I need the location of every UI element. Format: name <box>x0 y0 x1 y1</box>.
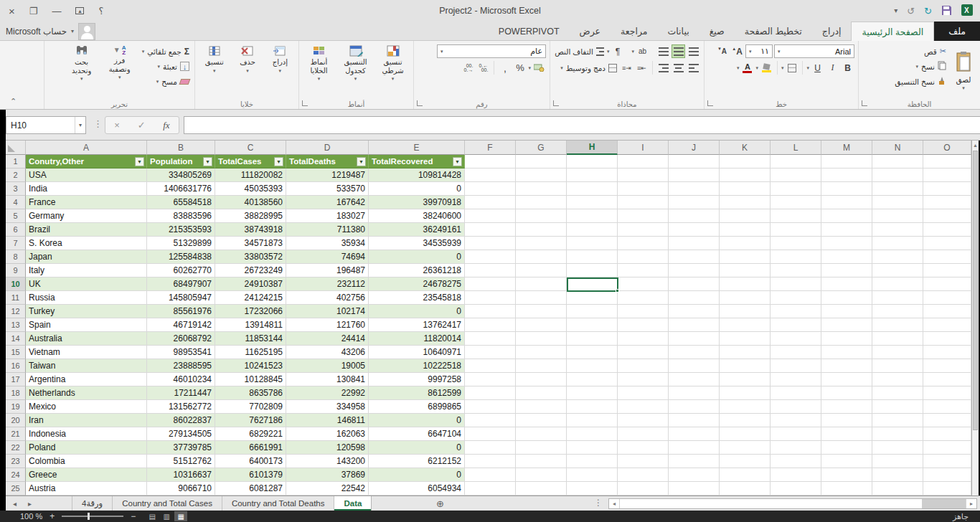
cell[interactable]: 13762417 <box>369 318 465 332</box>
cell[interactable]: Turkey <box>26 305 147 318</box>
cell[interactable] <box>720 237 771 250</box>
format-as-table-button[interactable]: التنسيق كجدول ▾ <box>338 43 373 98</box>
cell[interactable] <box>669 386 720 400</box>
insert-function-icon[interactable]: fx <box>163 120 169 131</box>
redo-icon[interactable]: ↻ <box>924 6 932 16</box>
cell[interactable] <box>923 359 971 373</box>
cell[interactable] <box>465 386 516 400</box>
row-header-17[interactable]: 17 <box>6 373 26 386</box>
cell[interactable] <box>516 209 567 223</box>
row-header-20[interactable]: 20 <box>6 414 26 427</box>
clipboard-dialog-launcher[interactable] <box>862 100 867 106</box>
cell[interactable]: 8635786 <box>215 386 286 400</box>
row-header-10[interactable]: 10 <box>6 277 26 291</box>
cell[interactable] <box>923 250 971 264</box>
cell[interactable] <box>567 346 618 359</box>
cell[interactable] <box>771 155 821 169</box>
cell[interactable] <box>618 386 669 400</box>
cell[interactable] <box>669 223 720 237</box>
cell[interactable]: Taiwan <box>26 359 147 373</box>
cell[interactable] <box>821 386 872 400</box>
cell[interactable] <box>923 482 971 495</box>
name-box-caret-icon[interactable]: ▾ <box>75 117 85 133</box>
cell[interactable]: UK <box>26 277 147 291</box>
cell[interactable] <box>923 400 971 414</box>
center-button[interactable] <box>672 61 685 75</box>
cell[interactable]: 10316637 <box>147 468 215 482</box>
cell[interactable] <box>720 250 771 264</box>
cell[interactable]: 26361218 <box>369 264 465 277</box>
cell[interactable] <box>618 305 669 318</box>
cell[interactable]: 125584838 <box>147 250 215 264</box>
row-header-8[interactable]: 8 <box>6 250 26 264</box>
cell[interactable] <box>669 318 720 332</box>
cell[interactable]: 43206 <box>286 346 369 359</box>
cell[interactable] <box>465 373 516 386</box>
row-header-5[interactable]: 5 <box>6 209 26 223</box>
cell[interactable] <box>516 359 567 373</box>
filter-button[interactable]: ▼ <box>203 157 212 166</box>
cell[interactable]: 0 <box>369 250 465 264</box>
cell[interactable] <box>669 414 720 427</box>
cell[interactable] <box>465 155 516 169</box>
cell[interactable] <box>923 209 971 223</box>
cell[interactable] <box>771 277 821 291</box>
cell[interactable] <box>771 427 821 441</box>
cell[interactable]: 23888595 <box>147 359 215 373</box>
cell[interactable]: 6899865 <box>369 400 465 414</box>
cell[interactable] <box>872 482 923 495</box>
cell[interactable] <box>516 250 567 264</box>
sheet-tab-data[interactable]: Data <box>334 496 372 511</box>
decrease-indent-button[interactable]: ⇤≡ <box>635 61 649 75</box>
cell[interactable]: Mexico <box>26 400 147 414</box>
formula-input[interactable] <box>184 116 980 134</box>
cell[interactable] <box>720 346 771 359</box>
cell[interactable] <box>821 346 872 359</box>
cell[interactable] <box>771 196 821 209</box>
zoom-slider[interactable] <box>62 516 123 517</box>
scroll-up-icon[interactable]: ▲ <box>972 141 979 150</box>
zoom-slider-handle[interactable] <box>88 513 90 520</box>
cell[interactable] <box>669 468 720 482</box>
cell[interactable] <box>923 441 971 455</box>
middle-align-button[interactable] <box>672 44 685 58</box>
cell[interactable] <box>618 332 669 346</box>
cell[interactable] <box>618 318 669 332</box>
cell[interactable] <box>771 209 821 223</box>
increase-decimal-button[interactable]: ←.0.00 <box>476 61 490 75</box>
select-all-corner[interactable] <box>6 141 26 155</box>
cell[interactable] <box>720 264 771 277</box>
cell[interactable] <box>872 155 923 169</box>
filter-button[interactable]: ▼ <box>453 157 462 166</box>
sort-filter-button[interactable]: AZ ▼ فرز وتصفية ▾ <box>102 43 138 98</box>
bottom-align-button[interactable] <box>656 44 670 58</box>
cell[interactable]: 38828995 <box>215 209 286 223</box>
sheet-tab-country-total-deaths[interactable]: Country and Total Deaths <box>222 496 335 511</box>
cell[interactable]: 6081287 <box>215 482 286 495</box>
cell[interactable]: 120598 <box>286 441 369 455</box>
column-header-E[interactable]: E <box>369 141 465 155</box>
cell[interactable] <box>567 291 618 305</box>
row-header-14[interactable]: 14 <box>6 332 26 346</box>
cell[interactable] <box>567 169 618 182</box>
cell[interactable]: Greece <box>26 468 147 482</box>
cell[interactable] <box>821 468 872 482</box>
cell[interactable] <box>872 373 923 386</box>
cell[interactable] <box>720 182 771 196</box>
cell[interactable]: 8612599 <box>369 386 465 400</box>
column-header-K[interactable]: K <box>720 141 771 155</box>
cell[interactable] <box>821 209 872 223</box>
cell[interactable] <box>516 196 567 209</box>
cell[interactable] <box>567 237 618 250</box>
cell[interactable]: 111820082 <box>215 169 286 182</box>
cell[interactable]: 24678275 <box>369 277 465 291</box>
vertical-scrollbar[interactable]: ▲ <box>971 141 979 495</box>
filter-button[interactable]: ▼ <box>135 157 144 166</box>
number-dialog-launcher[interactable] <box>417 100 423 106</box>
cell[interactable] <box>771 359 821 373</box>
cell[interactable] <box>669 441 720 455</box>
cell[interactable]: 7702809 <box>215 400 286 414</box>
cell[interactable]: 6101379 <box>215 468 286 482</box>
column-header-F[interactable]: F <box>465 141 516 155</box>
cell[interactable] <box>923 169 971 182</box>
